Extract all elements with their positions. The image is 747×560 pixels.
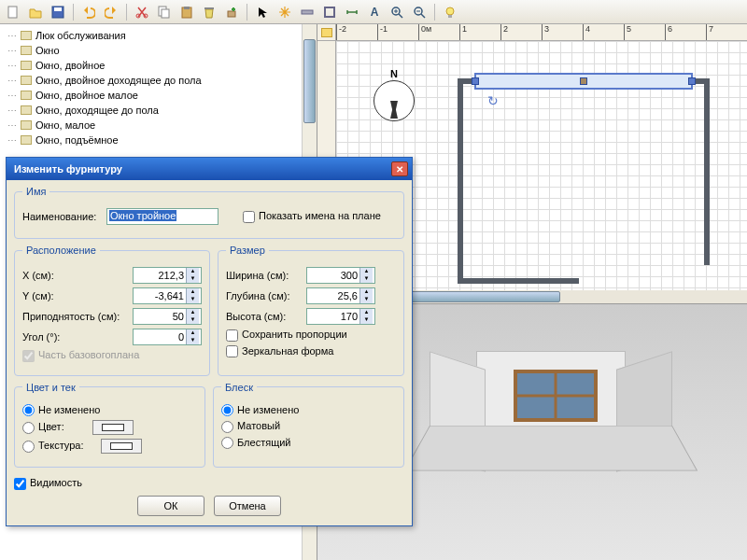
pointer-icon[interactable] xyxy=(253,3,272,21)
tree-item[interactable]: ⋯Окно xyxy=(2,43,315,58)
shiny-radio[interactable]: Блестящий xyxy=(221,437,290,450)
svg-rect-12 xyxy=(325,7,334,17)
svg-rect-11 xyxy=(302,10,313,14)
ok-button[interactable]: ОК xyxy=(137,496,204,516)
show-names-checkbox[interactable]: Показать имена на плане xyxy=(243,210,381,223)
color-group: Цвет и тек Не изменено Цвет: Текстура: xyxy=(14,382,205,469)
compass-icon xyxy=(374,80,415,121)
window-3d xyxy=(514,370,598,422)
baseplan-checkbox: Часть базовогоплана xyxy=(22,349,139,362)
tree-item[interactable]: ⋯Люк обслуживания xyxy=(2,28,315,43)
redo-icon[interactable] xyxy=(102,3,120,21)
furniture-tree[interactable]: ⋯Люк обслуживания ⋯Окно ⋯Окно, двойное ⋯… xyxy=(0,24,317,151)
selected-window-object[interactable]: ↻ xyxy=(474,73,693,90)
angle-spinner[interactable]: ▲▼ xyxy=(133,329,202,345)
folder-icon xyxy=(321,28,332,37)
dialog-titlebar[interactable]: Изменить фурнитуру ✕ xyxy=(7,158,412,180)
modify-furniture-dialog: Изменить фурнитуру ✕ Имя Наименование: О… xyxy=(6,157,413,526)
matte-radio[interactable]: Матовый xyxy=(221,420,280,433)
x-spinner[interactable]: ▲▼ xyxy=(133,267,202,284)
svg-rect-6 xyxy=(162,9,169,18)
close-icon[interactable]: ✕ xyxy=(391,161,408,176)
resize-handle[interactable] xyxy=(688,77,696,85)
shine-unchanged-radio[interactable]: Не изменено xyxy=(221,404,299,417)
color-unchanged-radio[interactable]: Не изменено xyxy=(22,404,100,417)
pan-icon[interactable] xyxy=(275,3,294,21)
height-spinner[interactable]: ▲▼ xyxy=(306,308,375,325)
room-tool-icon[interactable] xyxy=(320,3,339,21)
color-picker-button[interactable] xyxy=(92,420,134,435)
color-radio[interactable]: Цвет: xyxy=(22,421,64,434)
name-group: Имя Наименование: Окно тройное Показать … xyxy=(14,186,404,239)
name-input[interactable]: Окно тройное xyxy=(109,210,176,221)
add-furniture-icon[interactable] xyxy=(222,3,241,21)
room-outline[interactable]: ↻ xyxy=(458,78,710,284)
zoom-out-icon[interactable] xyxy=(410,3,429,21)
svg-rect-2 xyxy=(54,7,62,11)
save-icon[interactable] xyxy=(49,3,67,21)
elevation-spinner[interactable]: ▲▼ xyxy=(133,308,202,325)
shine-group: Блеск Не изменено Матовый Блестящий xyxy=(213,382,404,469)
tree-item[interactable]: ⋯Окно, подъёмное xyxy=(2,133,315,147)
svg-rect-9 xyxy=(204,7,214,9)
room-3d xyxy=(430,342,672,500)
tree-item[interactable]: ⋯Окно, двойное доходящее до пола xyxy=(2,73,315,88)
tree-item[interactable]: ⋯Окно, двойное xyxy=(2,58,315,73)
open-icon[interactable] xyxy=(26,3,45,21)
svg-point-15 xyxy=(446,7,454,15)
ruler-horizontal: -2-10м1234567 xyxy=(336,24,747,41)
ruler-corner xyxy=(317,24,336,41)
new-icon[interactable] xyxy=(4,3,22,21)
paste-icon[interactable] xyxy=(177,3,196,21)
mirror-checkbox[interactable]: Зеркальная форма xyxy=(226,345,333,358)
delete-icon[interactable] xyxy=(200,3,218,21)
wall-tool-icon[interactable] xyxy=(298,3,317,21)
undo-icon[interactable] xyxy=(79,3,98,21)
width-spinner[interactable]: ▲▼ xyxy=(306,267,375,284)
texture-picker-button[interactable] xyxy=(101,439,142,454)
svg-rect-16 xyxy=(448,15,452,18)
cut-icon[interactable] xyxy=(133,3,151,21)
dialog-title: Изменить фурнитуру xyxy=(14,163,122,175)
depth-spinner[interactable]: ▲▼ xyxy=(306,287,375,304)
zoom-in-icon[interactable] xyxy=(388,3,406,21)
tree-item[interactable]: ⋯Окно, малое xyxy=(2,118,315,133)
size-group: Размер Ширина (см):▲▼ Глубина (см):▲▼ Вы… xyxy=(218,245,404,376)
keep-proportions-checkbox[interactable]: Сохранить пропорции xyxy=(226,329,347,342)
y-spinner[interactable]: ▲▼ xyxy=(133,287,202,304)
bulb-icon[interactable] xyxy=(441,3,459,21)
resize-handle[interactable] xyxy=(472,77,479,85)
text-tool-icon[interactable]: A xyxy=(365,3,384,21)
svg-rect-8 xyxy=(184,7,190,9)
tree-item[interactable]: ⋯Окно, двойное малое xyxy=(2,88,315,103)
copy-icon[interactable] xyxy=(155,3,174,21)
tree-item[interactable]: ⋯Окно, доходящее до пола xyxy=(2,103,315,118)
cancel-button[interactable]: Отмена xyxy=(214,496,281,516)
resize-handle[interactable] xyxy=(580,77,587,85)
rotate-handle-icon[interactable]: ↻ xyxy=(487,93,499,108)
dimension-tool-icon[interactable] xyxy=(343,3,361,21)
texture-radio[interactable]: Текстура: xyxy=(22,440,84,453)
main-toolbar: A xyxy=(0,0,747,24)
svg-rect-0 xyxy=(8,7,17,18)
visibility-checkbox[interactable]: Видимость xyxy=(14,477,82,490)
svg-rect-10 xyxy=(228,11,235,17)
position-group: Расположение X (см):▲▼ Y (см):▲▼ Приподн… xyxy=(14,245,210,376)
